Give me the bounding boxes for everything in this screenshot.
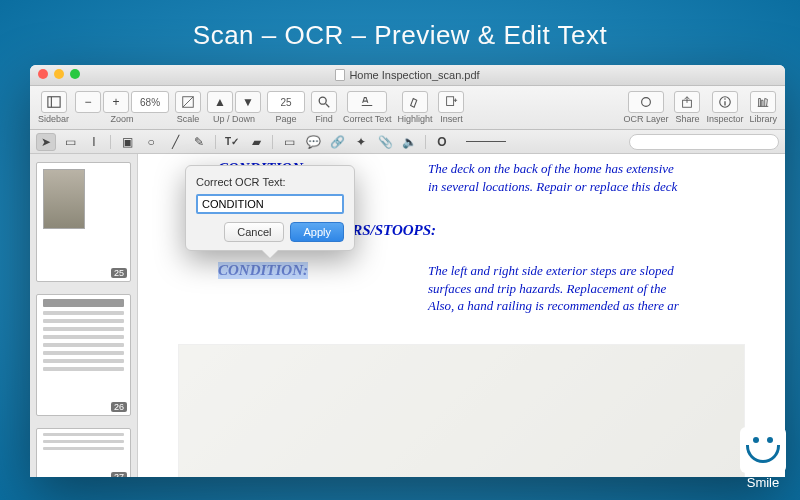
highlight-group: Highlight <box>397 91 432 124</box>
sidebar-toggle-group: Sidebar <box>38 91 69 124</box>
section-label-condition-selected[interactable]: CONDITION: <box>218 262 308 279</box>
insert-icon <box>444 95 458 109</box>
toolbar-separator <box>215 135 216 149</box>
correct-text-group: Correct Text <box>343 91 391 124</box>
tv-tool-button[interactable]: T✓ <box>222 133 242 151</box>
thumbnail-photo <box>43 169 85 229</box>
brand-logo: Smile <box>740 427 786 490</box>
toolbar-separator <box>110 135 111 149</box>
zoom-window-icon[interactable] <box>70 69 80 79</box>
callout-tool-button[interactable]: ▭ <box>279 133 299 151</box>
ocr-layer-group: OCR Layer <box>623 91 668 124</box>
minus-icon: − <box>85 96 92 108</box>
line-tool-button[interactable]: ╱ <box>165 133 185 151</box>
scale-button[interactable] <box>175 91 201 113</box>
circle-tool-button[interactable]: ○ <box>141 133 161 151</box>
body-text: The deck on the back of the home has ext… <box>428 160 677 195</box>
insert-group: Insert <box>438 91 464 124</box>
inspector-group: Inspector <box>706 91 743 124</box>
highlight-icon <box>408 95 422 109</box>
correct-text-icon <box>360 95 374 109</box>
brand-label: Smile <box>747 475 780 490</box>
highlight-tool-button[interactable]: ▰ <box>246 133 266 151</box>
svg-point-12 <box>724 98 726 100</box>
svg-point-8 <box>642 98 651 107</box>
library-button[interactable] <box>750 91 776 113</box>
chevron-down-icon: ▼ <box>242 96 254 108</box>
attach-tool-button[interactable]: 📎 <box>375 133 395 151</box>
circle-icon: ○ <box>147 136 154 148</box>
chevron-up-icon: ▲ <box>214 96 226 108</box>
page-down-button[interactable]: ▼ <box>235 91 261 113</box>
svg-rect-0 <box>47 97 59 108</box>
edit-toolbar: ➤ ▭ I ▣ ○ ╱ ✎ T✓ ▰ ▭ 💬 🔗 ✦ 📎 🔈 O <box>30 130 785 154</box>
highlight-button[interactable] <box>402 91 428 113</box>
toolbar-separator <box>425 135 426 149</box>
text-tool-button[interactable]: I <box>84 133 104 151</box>
svg-rect-5 <box>447 97 454 106</box>
share-group: Share <box>674 91 700 124</box>
ocr-layer-label: OCR Layer <box>623 114 668 124</box>
page-thumbnail[interactable]: 26 <box>36 294 131 416</box>
share-icon <box>680 95 694 109</box>
inspector-label: Inspector <box>706 114 743 124</box>
zoom-group: − + 68% Zoom <box>75 91 169 124</box>
window-title: Home Inspection_scan.pdf <box>349 69 479 81</box>
ocr-layer-button[interactable] <box>628 91 664 113</box>
marker-icon: ▰ <box>252 136 261 148</box>
sound-tool-button[interactable]: 🔈 <box>399 133 419 151</box>
ocr-text-input[interactable] <box>196 194 344 214</box>
close-icon[interactable] <box>38 69 48 79</box>
search-icon <box>317 95 331 109</box>
select-tool-button[interactable]: ▭ <box>60 133 80 151</box>
cursor-tool-button[interactable]: ➤ <box>36 133 56 151</box>
updown-label: Up / Down <box>213 114 255 124</box>
zoom-in-button[interactable]: + <box>103 91 129 113</box>
link-tool-button[interactable]: 🔗 <box>327 133 347 151</box>
thumbnail-page-number: 27 <box>111 472 127 477</box>
sidebar-toggle-button[interactable] <box>41 91 67 113</box>
page-label: Page <box>276 114 297 124</box>
apply-button[interactable]: Apply <box>290 222 344 242</box>
app-window: Home Inspection_scan.pdf Sidebar − + 68%… <box>30 65 785 477</box>
thumbnail-sidebar[interactable]: 25 26 27 <box>30 154 138 477</box>
zoom-value-field[interactable]: 68% <box>131 91 169 113</box>
thumbnail-page-number: 25 <box>111 268 127 278</box>
document-icon <box>335 69 345 81</box>
scale-group: Scale <box>175 91 201 124</box>
minimize-icon[interactable] <box>54 69 64 79</box>
speech-tool-button[interactable]: 💬 <box>303 133 323 151</box>
toolbar-search-field[interactable] <box>629 134 779 150</box>
sidebar-icon <box>47 95 61 109</box>
tv-icon: T✓ <box>225 137 239 147</box>
speech-icon: 💬 <box>306 136 321 148</box>
scale-icon <box>181 95 195 109</box>
page-up-button[interactable]: ▲ <box>207 91 233 113</box>
ocr-layer-icon <box>639 95 653 109</box>
insert-button[interactable] <box>438 91 464 113</box>
note-tool-button[interactable]: ✎ <box>189 133 209 151</box>
record-tool-button[interactable]: O <box>432 133 452 151</box>
library-label: Library <box>749 114 777 124</box>
stroke-line-icon <box>466 141 506 142</box>
find-button[interactable] <box>311 91 337 113</box>
zoom-out-button[interactable]: − <box>75 91 101 113</box>
page-thumbnail[interactable]: 27 <box>36 428 131 477</box>
crop-tool-button[interactable]: ▣ <box>117 133 137 151</box>
svg-point-3 <box>319 97 326 104</box>
correct-text-button[interactable] <box>347 91 387 113</box>
share-button[interactable] <box>674 91 700 113</box>
page-thumbnail[interactable]: 25 <box>36 162 131 282</box>
text-icon: I <box>92 136 95 148</box>
toolbar-separator <box>272 135 273 149</box>
inspector-button[interactable] <box>712 91 738 113</box>
main-toolbar: Sidebar − + 68% Zoom Scale ▲ ▼ <box>30 86 785 130</box>
callout-icon: ▭ <box>284 136 295 148</box>
page-number-field[interactable]: 25 <box>267 91 305 113</box>
stamp-tool-button[interactable]: ✦ <box>351 133 371 151</box>
cancel-button[interactable]: Cancel <box>224 222 284 242</box>
info-icon <box>718 95 732 109</box>
correct-text-label: Correct Text <box>343 114 391 124</box>
zoom-label: Zoom <box>111 114 134 124</box>
stroke-weight-button[interactable] <box>456 133 516 151</box>
